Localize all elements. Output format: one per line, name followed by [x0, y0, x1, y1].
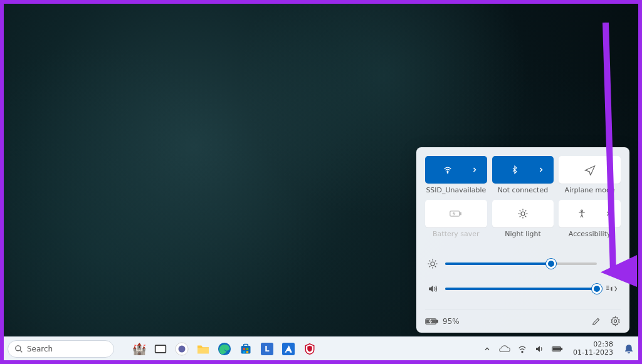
taskbar: Search 🏰 L: [4, 336, 638, 360]
wifi-icon: [431, 165, 465, 175]
quick-settings-panel: SSID_Unavailable Not connected: [416, 147, 629, 333]
svg-point-15: [179, 345, 186, 352]
tray-wifi-icon[interactable]: [517, 343, 528, 355]
volume-output-button[interactable]: [603, 284, 619, 294]
clock-time: 02:38: [573, 341, 613, 348]
airplane-icon: [584, 164, 596, 175]
accessibility-expand-icon[interactable]: [602, 210, 614, 217]
svg-rect-22: [243, 351, 245, 353]
svg-point-0: [448, 172, 448, 173]
night-light-icon: [517, 208, 529, 219]
volume-slider[interactable]: [445, 288, 597, 290]
svg-point-11: [16, 345, 21, 350]
widgets-icon[interactable]: 🏰: [132, 341, 147, 356]
task-view-icon[interactable]: [153, 341, 168, 356]
svg-rect-23: [246, 351, 248, 353]
store-icon[interactable]: [238, 341, 253, 356]
app-l-icon[interactable]: L: [260, 341, 275, 356]
wifi-label: SSID_Unavailable: [426, 186, 486, 195]
svg-rect-21: [246, 348, 248, 350]
accessibility-tile-wrap: Accessibility: [559, 200, 621, 239]
bluetooth-tile-wrap: Not connected: [492, 156, 554, 195]
app-chat-icon[interactable]: [174, 341, 189, 356]
accessibility-tile[interactable]: [559, 200, 621, 227]
wifi-expand-icon[interactable]: [468, 166, 481, 174]
sliders-section: [425, 257, 621, 295]
edit-button[interactable]: [591, 316, 601, 326]
airplane-label: Airplane mode: [564, 186, 614, 195]
search-box[interactable]: Search: [8, 340, 114, 358]
file-explorer-icon[interactable]: [196, 341, 211, 356]
svg-text:L: L: [265, 345, 270, 353]
taskbar-clock[interactable]: 02:38 01-11-2023: [573, 341, 613, 356]
footer-actions: [591, 316, 621, 326]
brightness-slider[interactable]: [445, 263, 597, 265]
tray-battery-icon[interactable]: [552, 343, 563, 355]
svg-rect-29: [561, 348, 562, 350]
wifi-tile[interactable]: [425, 156, 487, 184]
brightness-icon: [426, 257, 439, 270]
svg-point-27: [522, 351, 523, 352]
clock-date: 01-11-2023: [573, 349, 613, 356]
wifi-tile-wrap: SSID_Unavailable: [425, 156, 487, 195]
svg-point-3: [521, 212, 525, 216]
battery-icon: [425, 317, 439, 326]
svg-rect-30: [553, 347, 560, 350]
night-light-label: Night light: [505, 230, 540, 239]
bluetooth-label: Not connected: [498, 186, 548, 195]
volume-icon: [426, 283, 439, 295]
airplane-tile[interactable]: [559, 156, 621, 184]
svg-rect-19: [244, 344, 248, 346]
battery-status[interactable]: 95%: [425, 317, 460, 326]
battery-saver-tile-wrap: Battery saver: [425, 200, 487, 239]
svg-rect-20: [243, 348, 245, 350]
airplane-tile-wrap: Airplane mode: [559, 156, 621, 195]
bluetooth-tile[interactable]: [492, 156, 554, 184]
search-placeholder: Search: [27, 345, 53, 353]
bluetooth-icon: [498, 165, 532, 175]
edge-icon[interactable]: [217, 341, 232, 356]
app-a-icon[interactable]: [281, 341, 296, 356]
svg-rect-16: [197, 348, 209, 353]
taskbar-pinned-apps: 🏰 L: [132, 341, 317, 356]
battery-percent: 95%: [443, 317, 460, 326]
accessibility-icon: [565, 209, 598, 219]
svg-rect-7: [437, 320, 438, 322]
notifications-icon[interactable]: [623, 343, 634, 355]
quick-settings-tiles: SSID_Unavailable Not connected: [425, 156, 621, 239]
bluetooth-expand-icon[interactable]: [535, 166, 547, 174]
accessibility-label: Accessibility: [569, 230, 611, 239]
svg-rect-13: [156, 346, 166, 352]
mcafee-icon[interactable]: [302, 341, 317, 356]
settings-button[interactable]: [610, 316, 621, 326]
tray-volume-icon[interactable]: [534, 343, 545, 355]
system-tray: 02:38 01-11-2023: [482, 341, 634, 356]
battery-saver-label: Battery saver: [433, 230, 479, 239]
panel-footer: 95%: [425, 309, 621, 326]
tray-overflow-icon[interactable]: [482, 343, 493, 355]
svg-point-5: [431, 262, 434, 266]
onedrive-icon[interactable]: [499, 343, 510, 355]
search-icon: [14, 345, 23, 353]
volume-row: [426, 283, 619, 295]
svg-point-9: [614, 320, 616, 322]
battery-saver-icon: [450, 209, 462, 218]
svg-rect-2: [460, 212, 461, 214]
night-light-tile-wrap: Night light: [492, 200, 554, 239]
screenshot-frame: SSID_Unavailable Not connected: [0, 0, 642, 364]
battery-saver-tile[interactable]: [425, 200, 487, 227]
night-light-tile[interactable]: [492, 200, 554, 227]
svg-point-4: [581, 210, 582, 212]
brightness-row: [426, 257, 619, 270]
